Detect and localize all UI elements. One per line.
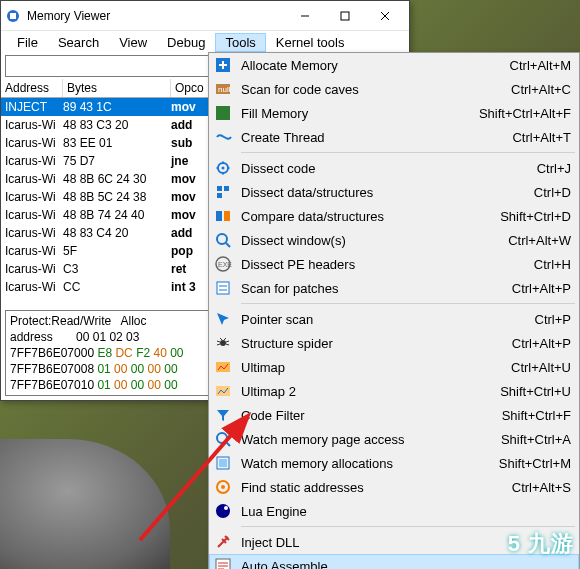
menu-item-label: Code Filter (241, 408, 502, 423)
menu-item-label: Dissect data/structures (241, 185, 534, 200)
svg-rect-12 (224, 186, 229, 191)
menu-item-shortcut: Ctrl+Alt+M (510, 58, 571, 73)
tools-menu-dissect-data-structures[interactable]: Dissect data/structuresCtrl+D (209, 180, 579, 204)
scan-icon: null (213, 79, 233, 99)
filter-icon (213, 405, 233, 425)
tools-menu-watch-memory-allocations[interactable]: Watch memory allocationsShift+Ctrl+M (209, 451, 579, 475)
menu-item-label: Find static addresses (241, 480, 512, 495)
pointer-icon (213, 309, 233, 329)
menu-item-shortcut: Shift+Ctrl+Alt+F (479, 106, 571, 121)
tools-menu-compare-data-structures[interactable]: Compare data/structuresShift+Ctrl+D (209, 204, 579, 228)
menubar: FileSearchViewDebugToolsKernel tools (1, 31, 409, 53)
svg-rect-27 (219, 459, 227, 467)
menu-item-shortcut: Ctrl+Alt+W (508, 233, 571, 248)
tools-menu-pointer-scan[interactable]: Pointer scanCtrl+P (209, 307, 579, 331)
watchpage-icon (213, 429, 233, 449)
menu-separator (241, 526, 575, 527)
svg-rect-22 (216, 362, 230, 372)
menu-item-shortcut: Ctrl+H (534, 257, 571, 272)
menu-item-label: Create Thread (241, 130, 512, 145)
svg-rect-32 (216, 559, 230, 569)
tools-menu-allocate-memory[interactable]: Allocate MemoryCtrl+Alt+M (209, 53, 579, 77)
tools-menu-lua-engine[interactable]: Lua Engine (209, 499, 579, 523)
watermark: 5 九游 (508, 529, 574, 559)
menu-item-label: Ultimap 2 (241, 384, 500, 399)
svg-rect-11 (217, 186, 222, 191)
patch-icon (213, 278, 233, 298)
window-icon (213, 230, 233, 250)
fill-icon (213, 103, 233, 123)
tools-menu-create-thread[interactable]: Create ThreadCtrl+Alt+T (209, 125, 579, 149)
asm-icon (213, 556, 233, 569)
tools-menu-scan-for-patches[interactable]: Scan for patchesCtrl+Alt+P (209, 276, 579, 300)
menu-item-label: Pointer scan (241, 312, 535, 327)
menu-item-shortcut: Shift+Ctrl+A (501, 432, 571, 447)
watchalloc-icon (213, 453, 233, 473)
menu-file[interactable]: File (7, 33, 48, 52)
svg-point-30 (216, 504, 230, 518)
svg-rect-15 (224, 211, 230, 221)
svg-point-21 (220, 340, 226, 346)
maximize-button[interactable] (325, 2, 365, 30)
menu-item-label: Compare data/structures (241, 209, 500, 224)
tools-menu-dissect-pe-headers[interactable]: EXEDissect PE headersCtrl+H (209, 252, 579, 276)
menu-item-label: Lua Engine (241, 504, 571, 519)
svg-point-10 (222, 167, 225, 170)
struct-icon (213, 182, 233, 202)
menu-item-shortcut: Ctrl+Alt+P (512, 281, 571, 296)
svg-rect-2 (341, 12, 349, 20)
menu-item-label: Scan for patches (241, 281, 512, 296)
menu-debug[interactable]: Debug (157, 33, 215, 52)
menu-item-label: Fill Memory (241, 106, 479, 121)
svg-rect-13 (217, 193, 222, 198)
menu-item-label: Ultimap (241, 360, 511, 375)
menu-search[interactable]: Search (48, 33, 109, 52)
col-bytes[interactable]: Bytes (63, 79, 171, 97)
menu-item-shortcut: Ctrl+J (537, 161, 571, 176)
tools-menu-watch-memory-page-access[interactable]: Watch memory page accessShift+Ctrl+A (209, 427, 579, 451)
menu-item-shortcut: Ctrl+Alt+T (512, 130, 571, 145)
menu-view[interactable]: View (109, 33, 157, 52)
tools-menu-ultimap[interactable]: UltimapCtrl+Alt+U (209, 355, 579, 379)
tools-menu-structure-spider[interactable]: Structure spiderCtrl+Alt+P (209, 331, 579, 355)
tools-menu-dissect-code[interactable]: Dissect codeCtrl+J (209, 156, 579, 180)
svg-line-25 (226, 442, 230, 446)
menu-item-label: Watch memory page access (241, 432, 501, 447)
menu-kernel-tools[interactable]: Kernel tools (266, 33, 355, 52)
menu-separator (241, 152, 575, 153)
svg-rect-23 (216, 386, 230, 396)
tools-menu-fill-memory[interactable]: Fill MemoryShift+Ctrl+Alt+F (209, 101, 579, 125)
menu-item-label: Dissect code (241, 161, 537, 176)
menu-item-label: Auto Assemble (241, 559, 571, 570)
findstatic-icon (213, 477, 233, 497)
app-icon (5, 8, 21, 24)
svg-point-31 (224, 506, 228, 510)
spider-icon (213, 333, 233, 353)
ultimap2-icon (213, 381, 233, 401)
tools-menu-find-static-addresses[interactable]: Find static addressesCtrl+Alt+S (209, 475, 579, 499)
lua-icon (213, 501, 233, 521)
menu-item-label: Dissect window(s) (241, 233, 508, 248)
close-button[interactable] (365, 2, 405, 30)
menu-item-shortcut: Shift+Ctrl+D (500, 209, 571, 224)
col-address[interactable]: Address (1, 79, 63, 97)
menu-item-shortcut: Ctrl+P (535, 312, 571, 327)
dissect-icon (213, 158, 233, 178)
tools-menu-code-filter[interactable]: Code FilterShift+Ctrl+F (209, 403, 579, 427)
menu-item-shortcut: Ctrl+D (534, 185, 571, 200)
tools-menu-dissect-window-s-[interactable]: Dissect window(s)Ctrl+Alt+W (209, 228, 579, 252)
pe-icon: EXE (213, 254, 233, 274)
minimize-button[interactable] (285, 2, 325, 30)
menu-tools[interactable]: Tools (215, 33, 265, 52)
menu-item-label: Dissect PE headers (241, 257, 534, 272)
svg-rect-20 (217, 282, 229, 294)
menu-item-shortcut: Shift+Ctrl+U (500, 384, 571, 399)
menu-item-label: Structure spider (241, 336, 512, 351)
menu-item-shortcut: Ctrl+Alt+C (511, 82, 571, 97)
titlebar[interactable]: Memory Viewer (1, 1, 409, 31)
menu-item-shortcut: Ctrl+Alt+S (512, 480, 571, 495)
menu-item-label: Watch memory allocations (241, 456, 499, 471)
compare-icon (213, 206, 233, 226)
tools-menu-scan-for-code-caves[interactable]: nullScan for code cavesCtrl+Alt+C (209, 77, 579, 101)
tools-menu-ultimap-2[interactable]: Ultimap 2Shift+Ctrl+U (209, 379, 579, 403)
